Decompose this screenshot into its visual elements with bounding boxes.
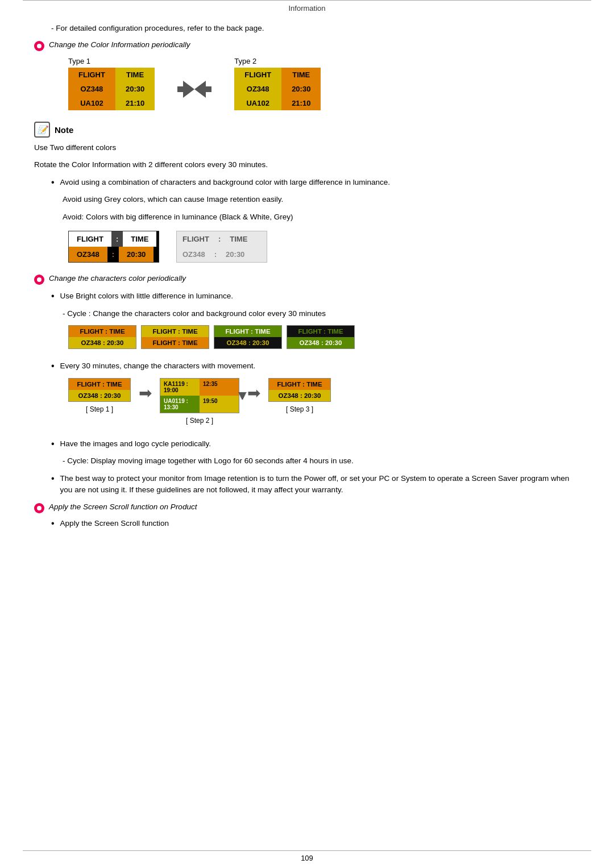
demo-light-flight-h: FLIGHT: [177, 231, 215, 247]
bullet-dot-bright: •: [51, 290, 55, 302]
type1-row1: OZ348 20:30: [68, 82, 155, 96]
demo-dark-colon-h: :: [111, 231, 123, 247]
bullet-movement-text: Every 30 minutes, change the characters …: [60, 360, 256, 372]
svg-marker-0: [177, 81, 194, 98]
bullet-icon-inner2: [37, 277, 42, 282]
type1-block: Type 1 FLIGHT TIME OZ348 20:30 UA102 21:…: [68, 57, 155, 110]
type-tables-container: Type 1 FLIGHT TIME OZ348 20:30 UA102 21:…: [68, 57, 580, 110]
cycle-box3-row: OZ348 : 20:30: [214, 337, 281, 348]
sub-logo: - Cycle: Display moving image together w…: [63, 455, 580, 467]
step2-r1-left: KA1119 : 19:00: [160, 379, 200, 396]
indent-line: - For detailed configuration procedures,…: [51, 24, 580, 32]
demo-light-data-row: OZ348 : 20:30: [177, 247, 267, 262]
bullet-dot-avoid: •: [51, 177, 55, 189]
cycle-box4-row: OZ348 : 20:30: [287, 337, 354, 348]
bullet-scroll: • Apply the Screen Scroll function: [51, 518, 580, 530]
type2-block: Type 2 FLIGHT TIME OZ348 20:30 UA102 21:…: [234, 57, 321, 110]
cycle-box2-h: FLIGHT : TIME: [142, 326, 209, 337]
cycle-box1: FLIGHT : TIME OZ348 : 20:30: [68, 325, 136, 349]
section3-bullet-icon: [34, 503, 44, 513]
page: Information - For detailed configuration…: [0, 0, 614, 868]
bullet-dot-protect: •: [51, 473, 55, 485]
type1-row2: UA102 21:10: [68, 96, 155, 110]
type1-row2-flight: UA102: [68, 96, 115, 110]
step1-row: OZ348 : 20:30: [69, 390, 130, 401]
type2-row2-time: 21:10: [281, 96, 321, 110]
step2-box: KA1119 : 19:00 12:35 UA0119 : 13:30 19:5…: [160, 378, 239, 413]
step3-header: FLIGHT : TIME: [269, 379, 330, 390]
section1-header: Change the Color Information periodicall…: [34, 40, 580, 51]
four-cycle-boxes: FLIGHT : TIME OZ348 : 20:30 FLIGHT : TIM…: [68, 325, 580, 349]
type2-row1-flight: OZ348: [234, 82, 281, 96]
section1-label: Change the Color Information periodicall…: [49, 40, 190, 49]
cycle-box2: FLIGHT : TIME FLIGHT : TIME: [141, 325, 209, 349]
note-section: 📝 Note: [34, 122, 580, 138]
step2-down-arrow: ⯆: [238, 389, 248, 401]
cycle-box3-h: FLIGHT : TIME: [214, 326, 281, 337]
cycle-box1-r: OZ348 : 20:30: [69, 337, 136, 348]
demo-dark-light-row: FLIGHT : TIME OZ348 : 20:30 FLIGHT : TIM…: [68, 231, 580, 263]
bullet-bright-text: Use Bright colors with little difference…: [60, 290, 233, 302]
cycle-box4-h: FLIGHT : TIME: [287, 326, 354, 337]
step3-row: OZ348 : 20:30: [269, 390, 330, 401]
type1-header-flight: FLIGHT: [68, 68, 115, 82]
main-content: - For detailed configuration procedures,…: [34, 13, 580, 530]
bullet-movement: • Every 30 minutes, change the character…: [51, 360, 580, 372]
demo-light-header-row: FLIGHT : TIME: [177, 231, 267, 247]
sub-avoid2: Avoid: Colors with big difference in lum…: [63, 211, 580, 223]
bullet-avoid: • Avoid using a combination of character…: [51, 177, 580, 189]
step3-label: [ Step 3 ]: [286, 405, 313, 413]
demo-dark-box: FLIGHT : TIME OZ348 : 20:30: [68, 231, 159, 263]
type2-row1: OZ348 20:30: [234, 82, 321, 96]
type1-row2-time: 21:10: [115, 96, 155, 110]
step2-r2-left: UA0119 : 13:30: [160, 396, 200, 413]
cycle-box4: FLIGHT : TIME OZ348 : 20:30: [287, 325, 355, 349]
cycle-box2-header: FLIGHT : TIME: [142, 326, 209, 337]
step3-box: FLIGHT : TIME OZ348 : 20:30: [268, 378, 331, 402]
bullet-dot-movement: •: [51, 360, 55, 372]
demo-dark-colon-v: :: [107, 247, 119, 262]
step2-block: KA1119 : 19:00 12:35 UA0119 : 13:30 19:5…: [160, 378, 239, 425]
section2-bullet-icon: [34, 275, 44, 285]
arrow1: ➡: [139, 378, 152, 402]
bullet-logo-text: Have the images and logo cycle periodica…: [60, 438, 211, 450]
bullet-scroll-text: Apply the Screen Scroll function: [60, 518, 169, 529]
type1-label: Type 1: [68, 57, 155, 65]
demo-light-time-v: 20:30: [220, 247, 250, 262]
step1-label: [ Step 1 ]: [86, 405, 113, 413]
type1-table: FLIGHT TIME OZ348 20:30 UA102 21:10: [68, 68, 155, 110]
demo-light-colon-h: :: [215, 231, 224, 247]
demo-light-time-h: TIME: [224, 231, 253, 247]
section2-label: Change the characters color periodically: [49, 274, 186, 283]
note-label: Note: [55, 125, 73, 135]
double-arrow: [177, 67, 211, 101]
bullet-logo: • Have the images and logo cycle periodi…: [51, 438, 580, 450]
type2-header-flight: FLIGHT: [234, 68, 281, 82]
demo-light-flight-v: OZ348: [177, 247, 211, 262]
demo-dark-time-h: TIME: [123, 231, 156, 247]
cycle-box1-h: FLIGHT : TIME: [69, 326, 136, 337]
type2-table: FLIGHT TIME OZ348 20:30 UA102 21:10: [234, 68, 321, 110]
bullet-protect-text: The best way to protect your monitor fro…: [60, 473, 580, 496]
section3-header: Apply the Screen Scroll function on Prod…: [34, 502, 580, 513]
demo-dark-time-v: 20:30: [119, 247, 154, 262]
bullet-icon-inner: [37, 44, 42, 48]
type2-label: Type 2: [234, 57, 321, 65]
header-title: Information: [288, 4, 325, 13]
step3-block: FLIGHT : TIME OZ348 : 20:30 [ Step 3 ]: [268, 378, 331, 413]
section2-header: Change the characters color periodically: [34, 274, 580, 285]
demo-light-box: FLIGHT : TIME OZ348 : 20:30: [176, 231, 267, 263]
type1-header-row: FLIGHT TIME: [68, 68, 155, 82]
demo-light-colon-v: :: [211, 247, 220, 262]
bullet-dot-scroll: •: [51, 518, 55, 530]
step2-r2-right: 19:50: [200, 396, 239, 413]
page-number: 109: [0, 854, 614, 862]
type2-row2: UA102 21:10: [234, 96, 321, 110]
type2-row1-time: 20:30: [281, 82, 321, 96]
header-bar: Information: [23, 0, 591, 13]
step1-block: FLIGHT : TIME OZ348 : 20:30 [ Step 1 ]: [68, 378, 131, 413]
bullet-avoid-text: Avoid using a combination of characters …: [60, 177, 390, 188]
step2-row1: KA1119 : 19:00 12:35: [160, 379, 239, 396]
bullet-dot-logo: •: [51, 438, 55, 450]
sub-cycle: - Cycle : Change the characters color an…: [63, 308, 580, 319]
